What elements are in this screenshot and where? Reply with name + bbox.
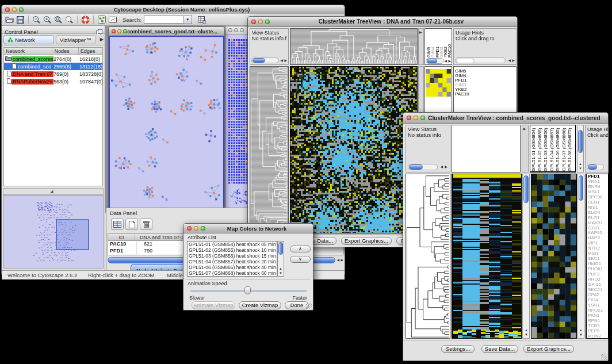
tv2-hints-scrollbar[interactable] bbox=[587, 164, 604, 170]
tv1-heatmap[interactable] bbox=[290, 67, 417, 233]
scroll-thumb[interactable] bbox=[253, 58, 265, 63]
table-import-icon[interactable] bbox=[197, 15, 208, 25]
tab-overflow-arrow[interactable]: ▶ bbox=[100, 37, 104, 42]
scroll-up-arrow[interactable]: ▲ bbox=[579, 328, 583, 332]
tv2-column-dendrogram-panel[interactable] bbox=[452, 125, 521, 173]
network-canvas[interactable] bbox=[110, 37, 223, 210]
scroll-thumb[interactable] bbox=[427, 59, 437, 63]
minimize-button[interactable] bbox=[117, 29, 121, 33]
scroll-down-arrow[interactable]: ▼ bbox=[579, 332, 583, 337]
export-graphics-button[interactable]: Export Graphics... bbox=[523, 345, 574, 353]
tv2-heatmap[interactable] bbox=[452, 174, 521, 338]
tv2-sub-vscrollbar[interactable]: ▲ ▼ bbox=[577, 174, 584, 339]
array-column-label[interactable]: PFD1 bbox=[435, 29, 439, 58]
close-button[interactable] bbox=[407, 116, 411, 120]
scroll-right-arrow[interactable]: ▶ bbox=[284, 58, 287, 63]
tv1-hints-scrollbar[interactable] bbox=[455, 58, 506, 63]
tv2-divider-strip[interactable]: ▶ bbox=[522, 125, 529, 173]
scroll-right-arrow[interactable]: ▶ bbox=[448, 59, 451, 63]
close-button[interactable] bbox=[228, 28, 232, 32]
scroll-up-arrow[interactable]: ▲ bbox=[279, 266, 282, 271]
network-frame-titlebar[interactable]: combined_scores_good.txt--cluste... bbox=[109, 27, 224, 36]
main-titlebar[interactable]: Cytoscape Desktop (Session Name: collins… bbox=[2, 5, 345, 14]
attribute-list-scrollbar[interactable]: ▲ ▼ bbox=[277, 241, 284, 277]
minimize-button[interactable] bbox=[258, 20, 263, 24]
strip-arrow[interactable]: ▶ bbox=[419, 30, 422, 35]
zoom-button[interactable] bbox=[265, 20, 270, 24]
animate-vizmap-button[interactable]: Animate Vizmap bbox=[192, 301, 235, 309]
tv1-labels-scrollbar[interactable] bbox=[426, 58, 444, 64]
trash-icon-button[interactable] bbox=[140, 219, 152, 230]
tab-vizmapper[interactable]: VizMapper™ bbox=[56, 35, 96, 44]
scroll-left-arrow[interactable]: ◀ bbox=[444, 59, 447, 63]
close-button[interactable] bbox=[251, 20, 256, 24]
col-network[interactable]: Network bbox=[4, 48, 52, 55]
col-edges[interactable]: Edges bbox=[79, 48, 102, 55]
new-document-icon-button[interactable] bbox=[125, 219, 138, 230]
tv2-heatmap-vscrollbar[interactable]: ▲ ▼ bbox=[522, 174, 530, 339]
done-button[interactable]: Done bbox=[285, 301, 309, 309]
strip-arrow[interactable]: ▶ bbox=[523, 127, 526, 131]
open-file-button[interactable] bbox=[4, 15, 15, 25]
export-graphics-button[interactable]: Export Graphics... bbox=[341, 237, 392, 245]
resize-grip[interactable] bbox=[601, 354, 607, 360]
scroll-thumb[interactable] bbox=[579, 175, 583, 201]
scroll-thumb[interactable] bbox=[588, 164, 597, 170]
tv1-divider-strip[interactable]: ▶ bbox=[418, 28, 424, 65]
birdseye-grip-icon[interactable]: ◢ bbox=[50, 189, 53, 194]
birdseye-canvas[interactable] bbox=[3, 196, 103, 268]
array-column-label[interactable]: GPL51-06 (GSM865) bbox=[555, 125, 561, 171]
scroll-right-arrow[interactable]: ▶ bbox=[445, 164, 447, 169]
tv2-labels-vscrollbar[interactable]: ▲ ▼ bbox=[577, 125, 584, 173]
settings-button[interactable]: Settings... bbox=[441, 345, 475, 353]
attribute-list-item[interactable]: GPL51-06 (GSM865) heat shock 40 min bbox=[188, 265, 277, 270]
minimize-button[interactable] bbox=[194, 226, 198, 231]
dialog-titlebar[interactable]: Map Colors to Network bbox=[183, 224, 313, 233]
scroll-right-arrow[interactable]: ▶ bbox=[341, 258, 343, 262]
network-tree-row[interactable]: combined_sco2569(6)13112(15) bbox=[4, 63, 102, 70]
attribute-list-item[interactable]: GPL51-03 (GSM856) heat shock 15 min bbox=[188, 253, 277, 259]
scroll-up-arrow[interactable]: ▲ bbox=[525, 328, 528, 332]
scroll-down-arrow[interactable]: ▼ bbox=[579, 166, 582, 171]
speed-slider-thumb[interactable] bbox=[244, 286, 251, 294]
zoom-button[interactable] bbox=[420, 116, 425, 120]
tv2-row-dendrogram[interactable] bbox=[406, 174, 450, 338]
network-tree-row[interactable]: combined_scores2764(0)16218(0) bbox=[4, 55, 102, 63]
zoom-fit-icon[interactable] bbox=[53, 15, 64, 25]
zoom-button[interactable] bbox=[240, 28, 244, 32]
array-column-label[interactable]: GIM4 bbox=[430, 29, 434, 58]
scroll-thumb[interactable] bbox=[578, 130, 583, 153]
attribute-list-item[interactable]: GPL51-04 (GSM857) heat shock 20 min bbox=[188, 259, 277, 265]
scroll-down-arrow[interactable]: ▼ bbox=[279, 271, 282, 275]
zoom-out-icon[interactable] bbox=[31, 15, 42, 25]
treeview1-titlebar[interactable]: ClusterMaker TreeView : DNA and Tran 07-… bbox=[248, 17, 517, 27]
tv1-row-dendrogram[interactable] bbox=[250, 67, 288, 233]
gene-label[interactable]: MON2 bbox=[587, 334, 608, 339]
vizmapper-icon[interactable] bbox=[96, 15, 107, 25]
array-column-label[interactable]: PAC10 bbox=[447, 29, 451, 58]
table-icon-button[interactable] bbox=[111, 219, 124, 230]
tv2-status-scrollbar[interactable] bbox=[408, 164, 438, 170]
scroll-left-arrow[interactable]: ◀ bbox=[508, 58, 511, 63]
array-column-label[interactable]: GPL51-08 (GSM872) bbox=[567, 125, 573, 171]
zoom-button[interactable] bbox=[19, 7, 24, 12]
col-nodes[interactable]: Nodes bbox=[52, 48, 78, 55]
tv1-status-scrollbar[interactable] bbox=[251, 58, 279, 63]
minimize-button[interactable] bbox=[234, 28, 238, 32]
gene-label[interactable]: PAC10 bbox=[455, 92, 516, 97]
array-column-label[interactable]: GPL51-02 (GSM855) bbox=[537, 125, 544, 171]
tab-network[interactable]: Network bbox=[3, 35, 54, 44]
minimize-button[interactable] bbox=[414, 116, 418, 120]
move-up-button[interactable]: ∧ bbox=[290, 246, 311, 252]
treeview2-titlebar[interactable]: ClusterMaker TreeView : combined_scores_… bbox=[403, 113, 608, 124]
zoom-button[interactable] bbox=[123, 29, 127, 33]
attribute-list-item[interactable]: GPL51-07 (GSM868) heat shock 60 min bbox=[188, 270, 277, 276]
scroll-thumb[interactable] bbox=[278, 242, 283, 255]
create-vizmap-button[interactable]: Create Vizmap bbox=[239, 301, 281, 309]
save-button[interactable] bbox=[15, 15, 26, 25]
attribute-list-item[interactable]: GPL51-02 (GSM855) heat shock 10 min bbox=[188, 247, 277, 253]
search-dropdown-arrow[interactable]: ▼ bbox=[184, 15, 192, 24]
scroll-up-arrow[interactable]: ▲ bbox=[579, 162, 582, 166]
scroll-thumb[interactable] bbox=[409, 164, 423, 170]
move-down-button[interactable]: ∨ bbox=[290, 256, 311, 263]
